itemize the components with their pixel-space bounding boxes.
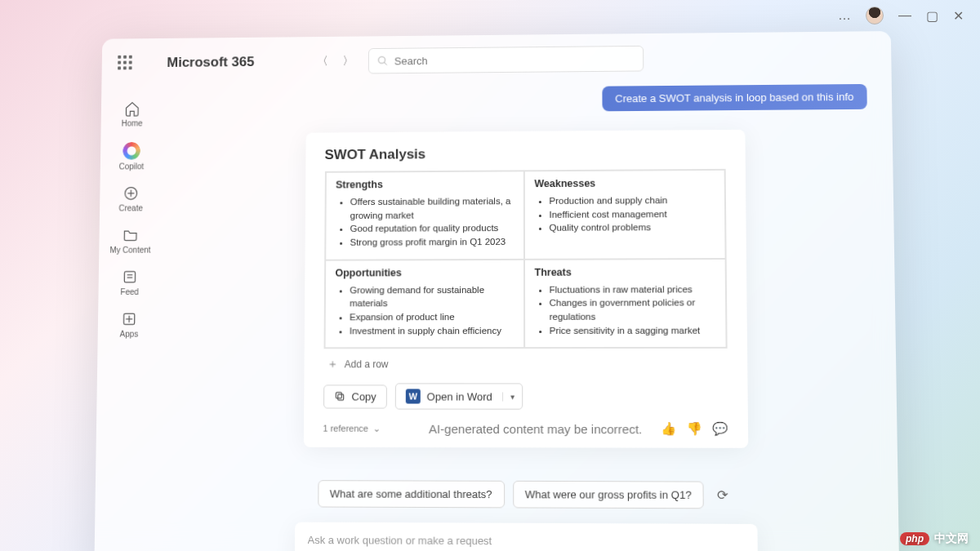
swot-heading: Weaknesses xyxy=(534,177,714,189)
thumbs-up-icon[interactable]: 👍 xyxy=(661,421,676,436)
suggestion-chip[interactable]: What are some additional threats? xyxy=(318,481,505,509)
ai-disclaimer: AI-generated content may be incorrect. xyxy=(429,422,642,437)
folder-icon xyxy=(122,227,139,243)
plus-icon: ＋ xyxy=(327,358,338,372)
open-in-word-label: Open in Word xyxy=(427,390,492,402)
search-icon xyxy=(376,56,388,67)
sidebar-item-create[interactable]: Create xyxy=(118,185,143,213)
sidebar-item-my-content[interactable]: My Content xyxy=(109,227,150,255)
maximize-button[interactable]: ▢ xyxy=(926,8,938,24)
swot-item: Expansion of product line xyxy=(350,310,514,324)
app-launcher-icon[interactable] xyxy=(118,56,134,72)
top-bar: Microsoft 365 〈 〉 xyxy=(102,39,892,80)
copy-label: Copy xyxy=(351,390,376,402)
create-icon xyxy=(122,185,139,202)
apps-icon xyxy=(121,311,137,327)
brand-title: Microsoft 365 xyxy=(167,54,254,70)
svg-line-1 xyxy=(384,62,386,64)
chevron-down-icon: ⌄ xyxy=(373,424,381,434)
sidebar-item-home[interactable]: Home xyxy=(122,100,143,127)
copy-icon xyxy=(334,391,345,402)
svg-rect-11 xyxy=(337,394,343,400)
references-toggle[interactable]: 1 reference ⌄ xyxy=(323,423,381,433)
account-avatar[interactable] xyxy=(866,7,884,24)
chat-area: Create a SWOT analysis in loop based on … xyxy=(157,76,899,551)
response-card: SWOT Analysis Strengths Offers sustainab… xyxy=(303,130,747,448)
sidebar-item-feed[interactable]: Feed xyxy=(120,269,139,296)
swot-item: Production and supply chain xyxy=(549,193,714,208)
swot-item: Inefficient cost management xyxy=(549,207,714,222)
search-box[interactable] xyxy=(368,46,643,74)
swot-item: Fluctuations in raw material prices xyxy=(550,282,715,296)
sidebar-item-label: Feed xyxy=(120,287,138,296)
composer-input[interactable] xyxy=(307,534,743,549)
swot-threats[interactable]: Threats Fluctuations in raw material pri… xyxy=(523,259,726,349)
feed-icon xyxy=(122,269,138,285)
copy-button[interactable]: Copy xyxy=(323,384,387,408)
response-title: SWOT Analysis xyxy=(325,144,726,163)
app-window: Microsoft 365 〈 〉 Home Copilot Create My… xyxy=(94,31,899,551)
sidebar-item-label: Home xyxy=(122,119,143,128)
nav-forward-icon[interactable]: 〉 xyxy=(337,51,359,72)
thumbs-down-icon[interactable]: 👎 xyxy=(686,422,702,437)
open-in-word-button[interactable]: W Open in Word ▾ xyxy=(395,384,523,410)
watermark: php 中文网 xyxy=(900,531,969,546)
swot-opportunities[interactable]: Opportunities Growing demand for sustain… xyxy=(324,260,524,349)
swot-strengths[interactable]: Strengths Offers sustainable building ma… xyxy=(325,171,524,260)
refresh-suggestions-icon[interactable]: ⟳ xyxy=(712,487,733,504)
watermark-badge: php xyxy=(900,532,929,545)
sidebar-item-label: Copilot xyxy=(119,162,144,171)
swot-item: Growing demand for sustainable materials xyxy=(350,283,513,311)
nav-back-icon[interactable]: 〈 xyxy=(312,51,333,72)
swot-item: Investment in supply chain efficiency xyxy=(350,324,514,338)
swot-item: Price sensitivity in a sagging market xyxy=(550,323,715,337)
swot-item: Changes in government policies or regula… xyxy=(550,296,715,324)
home-icon xyxy=(124,100,140,117)
more-menu[interactable]: … xyxy=(838,8,851,23)
more-feedback-icon[interactable]: 💬 xyxy=(712,422,728,437)
suggestion-chip[interactable]: What were our gross profits in Q1? xyxy=(513,481,704,509)
svg-rect-5 xyxy=(124,272,135,282)
swot-item: Quality control problems xyxy=(549,220,714,235)
add-row-label: Add a row xyxy=(345,359,389,371)
chevron-down-icon[interactable]: ▾ xyxy=(502,392,517,401)
sidebar-item-apps[interactable]: Apps xyxy=(120,311,139,339)
svg-rect-12 xyxy=(336,393,341,398)
swot-item: Good reputation for quality products xyxy=(350,221,514,235)
close-button[interactable]: ✕ xyxy=(953,8,964,24)
search-input[interactable] xyxy=(394,52,635,66)
user-message: Create a SWOT analysis in loop based on … xyxy=(602,84,867,111)
swot-grid: Strengths Offers sustainable building ma… xyxy=(323,169,727,349)
watermark-text: 中文网 xyxy=(934,531,969,546)
reference-label: 1 reference xyxy=(323,424,368,433)
sidebar-item-copilot[interactable]: Copilot xyxy=(119,142,145,171)
swot-item: Strong gross profit margin in Q1 2023 xyxy=(350,235,513,249)
swot-heading: Threats xyxy=(535,266,715,278)
swot-heading: Strengths xyxy=(336,178,513,190)
svg-point-0 xyxy=(378,56,385,63)
sidebar: Home Copilot Create My Content Feed Apps xyxy=(94,86,163,551)
suggestion-row: What are some additional threats? What w… xyxy=(318,481,733,509)
sidebar-item-label: My Content xyxy=(109,246,150,255)
word-icon: W xyxy=(406,389,421,404)
sidebar-item-label: Create xyxy=(118,203,142,212)
sidebar-item-label: Apps xyxy=(120,330,139,339)
swot-heading: Opportunities xyxy=(335,267,513,279)
add-row-button[interactable]: ＋ Add a row xyxy=(323,349,728,375)
swot-item: Offers sustainable building materials, a… xyxy=(350,194,514,222)
swot-weaknesses[interactable]: Weaknesses Production and supply chain I… xyxy=(523,170,725,260)
minimize-button[interactable]: — xyxy=(898,8,911,23)
composer[interactable]: 📎 ➤ xyxy=(294,522,758,551)
copilot-icon xyxy=(122,142,140,160)
